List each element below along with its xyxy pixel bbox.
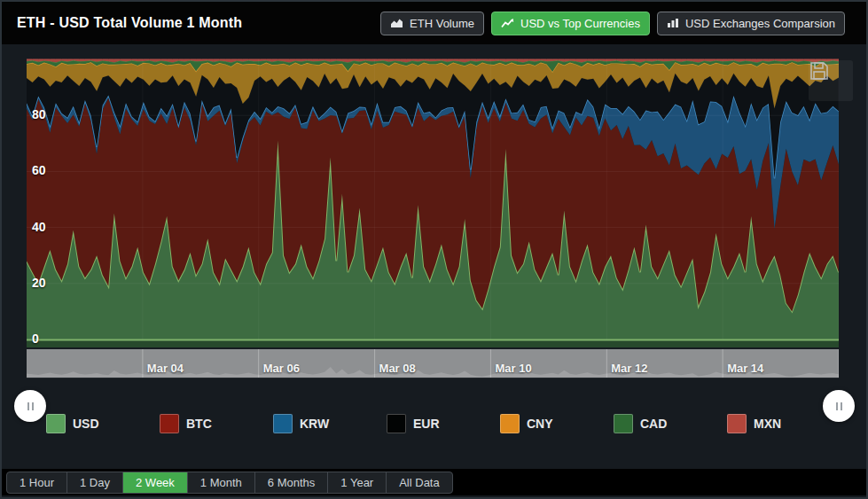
legend-swatch [46, 414, 66, 433]
legend-swatch [727, 414, 747, 433]
range-button-1-hour[interactable]: 1 Hour [7, 472, 67, 493]
legend-item-eur[interactable]: EUR [387, 414, 500, 433]
eth-volume-button[interactable]: ETH Volume [380, 12, 484, 35]
page: ETH - USD Total Volume 1 Month ETH Volum… [0, 0, 868, 499]
legend-swatch [160, 414, 179, 433]
range-button-all-data[interactable]: All Data [387, 472, 452, 493]
legend-item-usd[interactable]: USD [46, 414, 160, 433]
usd-exchanges-comparison-button[interactable]: USD Exchanges Comparsion [657, 12, 845, 35]
usd-vs-top-currencies-button[interactable]: USD vs Top Currencies [491, 12, 650, 35]
legend-item-btc[interactable]: BTC [160, 414, 273, 433]
legend-label: MXN [754, 417, 781, 431]
x-axis-label: Mar 08 [379, 362, 416, 375]
legend-swatch [614, 414, 633, 433]
page-title: ETH - USD Total Volume 1 Month [17, 15, 242, 31]
legend-swatch [500, 414, 520, 433]
y-axis-label: 0 [32, 331, 39, 346]
header: ETH - USD Total Volume 1 Month ETH Volum… [2, 2, 866, 44]
y-axis-label: 20 [32, 276, 46, 290]
chart-panel: 020406080 Mar 04Mar 06Mar 08Mar 10Mar 12… [2, 44, 866, 469]
chart-legend: USDBTCKRWEURCNYCADMXN [46, 414, 841, 433]
x-axis-label: Mar 10 [495, 362, 531, 375]
range-button-1-month[interactable]: 1 Month [188, 472, 255, 493]
save-chart-button[interactable] [809, 60, 853, 101]
eth-volume-label: ETH Volume [410, 17, 474, 30]
stacked-area-chart[interactable]: 020406080 [27, 58, 839, 347]
range-button-1-year[interactable]: 1 Year [328, 472, 387, 493]
x-axis-label: Mar 14 [727, 362, 763, 375]
legend-label: CAD [640, 417, 667, 431]
navigator-left-handle[interactable] [14, 390, 46, 422]
line-chart-icon [501, 18, 514, 28]
range-button-6-months[interactable]: 6 Months [255, 472, 328, 493]
area-chart-icon [390, 18, 403, 28]
footer-bar: 1 Hour1 Day2 Week1 Month6 Months1 YearAl… [2, 469, 866, 495]
legend-item-mxn[interactable]: MXN [727, 414, 841, 433]
x-axis-label: Mar 04 [147, 362, 184, 375]
legend-label: KRW [300, 417, 329, 431]
usd-exchanges-comparison-label: USD Exchanges Comparsion [685, 17, 835, 30]
legend-label: EUR [413, 417, 440, 431]
y-axis-label: 40 [32, 220, 46, 234]
usd-vs-top-currencies-label: USD vs Top Currencies [520, 17, 640, 30]
legend-item-cad[interactable]: CAD [614, 414, 727, 433]
y-axis-label: 80 [32, 107, 46, 121]
x-axis-label: Mar 06 [263, 362, 300, 375]
chart-navigator[interactable]: Mar 04Mar 06Mar 08Mar 10Mar 12Mar 14Mar … [27, 349, 839, 378]
legend-label: BTC [186, 417, 212, 431]
legend-label: CNY [527, 417, 553, 431]
legend-item-cny[interactable]: CNY [500, 414, 614, 433]
legend-swatch [387, 414, 406, 433]
navigator-right-handle[interactable] [823, 390, 855, 422]
legend-swatch [273, 414, 293, 433]
range-button-2-week[interactable]: 2 Week [123, 472, 188, 493]
x-axis-label: Mar 12 [611, 362, 647, 375]
header-button-group: ETH Volume USD vs Top Currencies USD Exc… [380, 2, 845, 44]
range-button-1-day[interactable]: 1 Day [67, 472, 123, 493]
legend-label: USD [73, 417, 99, 431]
y-axis-label: 60 [32, 163, 46, 177]
range-selector: 1 Hour1 Day2 Week1 Month6 Months1 YearAl… [6, 472, 453, 494]
bar-chart-icon [667, 18, 679, 28]
legend-item-krw[interactable]: KRW [273, 414, 387, 433]
